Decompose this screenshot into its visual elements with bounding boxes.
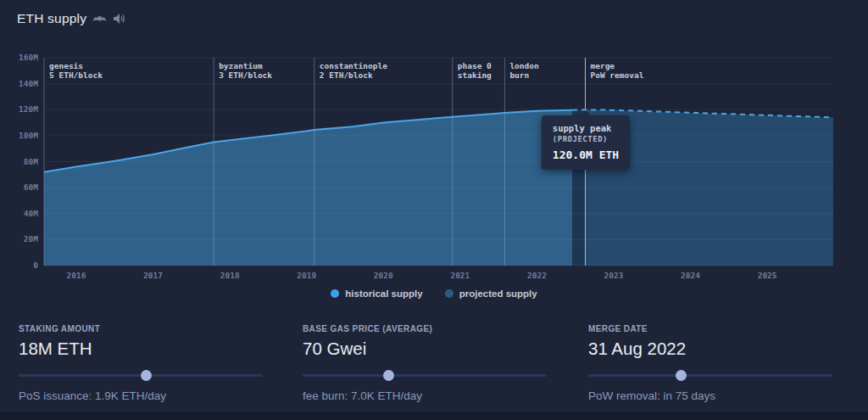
x-axis-tick: 2025 bbox=[758, 271, 777, 280]
y-axis-tick: 0 bbox=[33, 260, 38, 270]
milestone-sublabel: burn bbox=[509, 70, 529, 80]
slider-thumb[interactable] bbox=[383, 370, 394, 381]
y-axis-tick: 120M bbox=[19, 104, 38, 114]
tooltip-caret bbox=[581, 110, 591, 115]
merge-date-value: 31 Aug 2022 bbox=[588, 339, 832, 359]
merge-date-slider[interactable] bbox=[588, 369, 832, 381]
x-axis-tick: 2021 bbox=[450, 271, 470, 280]
milestone-sublabel: 5 ETH/block bbox=[49, 70, 103, 80]
milestone-sublabel: PoW removal bbox=[590, 70, 643, 80]
merge-date-label: MERGE DATE bbox=[588, 324, 832, 333]
y-axis-tick: 60M bbox=[24, 182, 38, 192]
slider-track[interactable] bbox=[303, 374, 547, 377]
eth-supply-simulator: ETH supply genesis5 ETH/blockbyzantium3 … bbox=[0, 0, 868, 420]
tooltip-value: 120.0M ETH bbox=[553, 148, 619, 161]
supply-peak-tooltip: supply peak (PROJECTED) 120.0M ETH bbox=[542, 115, 630, 170]
milestone-label: genesis bbox=[49, 61, 83, 70]
base-gas-price-caption: fee burn: 7.0K ETH/day bbox=[303, 389, 547, 402]
x-axis-tick: 2017 bbox=[143, 271, 163, 280]
y-axis-tick: 140M bbox=[19, 79, 38, 88]
chart-legend: historical supply projected supply bbox=[0, 288, 868, 299]
staking-amount-control: STAKING AMOUNT 18M ETH PoS issuance: 1.9… bbox=[19, 324, 263, 402]
y-axis-tick: 160M bbox=[19, 53, 38, 62]
slider-track[interactable] bbox=[588, 374, 832, 377]
milestone-label: london bbox=[509, 61, 538, 70]
x-axis-tick: 2020 bbox=[374, 271, 393, 280]
y-axis-tick: 20M bbox=[24, 234, 38, 244]
milestone-sublabel: 2 ETH/block bbox=[320, 70, 373, 80]
slider-thumb[interactable] bbox=[141, 370, 152, 381]
staking-amount-slider[interactable] bbox=[19, 369, 263, 381]
legend-dot-historical bbox=[331, 289, 339, 298]
footer-strip bbox=[0, 412, 868, 420]
legend-item-projected: projected supply bbox=[445, 288, 537, 299]
x-axis-tick: 2024 bbox=[681, 271, 700, 280]
base-gas-price-slider[interactable] bbox=[303, 369, 547, 381]
legend-item-historical: historical supply bbox=[331, 288, 422, 299]
legend-label-historical: historical supply bbox=[345, 288, 422, 299]
milestone-label: phase 0 bbox=[458, 61, 492, 70]
base-gas-price-control: BASE GAS PRICE (AVERAGE) 70 Gwei fee bur… bbox=[303, 324, 547, 402]
staking-amount-label: STAKING AMOUNT bbox=[19, 324, 263, 333]
tooltip-title: supply peak bbox=[553, 123, 619, 133]
y-axis-tick: 100M bbox=[19, 131, 38, 140]
legend-dot-projected bbox=[445, 289, 453, 298]
slider-thumb[interactable] bbox=[676, 370, 687, 381]
merge-date-control: MERGE DATE 31 Aug 2022 PoW removal: in 7… bbox=[588, 324, 832, 402]
milestone-sublabel: 3 ETH/block bbox=[219, 70, 272, 80]
base-gas-price-value: 70 Gwei bbox=[303, 339, 547, 359]
x-axis-tick: 2016 bbox=[67, 271, 86, 280]
y-axis-tick: 80M bbox=[24, 157, 38, 166]
y-axis-tick: 40M bbox=[24, 209, 38, 218]
base-gas-price-label: BASE GAS PRICE (AVERAGE) bbox=[303, 324, 547, 333]
x-axis-tick: 2018 bbox=[220, 271, 240, 280]
x-axis-tick: 2022 bbox=[527, 271, 547, 280]
staking-amount-caption: PoS issuance: 1.9K ETH/day bbox=[19, 389, 263, 402]
x-axis-tick: 2019 bbox=[297, 271, 316, 280]
milestone-label: merge bbox=[590, 61, 615, 70]
milestone-label: byzantium bbox=[219, 61, 263, 70]
tooltip-subtitle: (PROJECTED) bbox=[553, 135, 619, 143]
milestone-label: constantinople bbox=[320, 61, 387, 70]
x-axis-tick: 2023 bbox=[604, 271, 624, 280]
merge-date-caption: PoW removal: in 75 days bbox=[588, 389, 832, 402]
milestone-sublabel: staking bbox=[458, 70, 492, 80]
staking-amount-value: 18M ETH bbox=[19, 339, 263, 359]
legend-label-projected: projected supply bbox=[459, 288, 537, 299]
